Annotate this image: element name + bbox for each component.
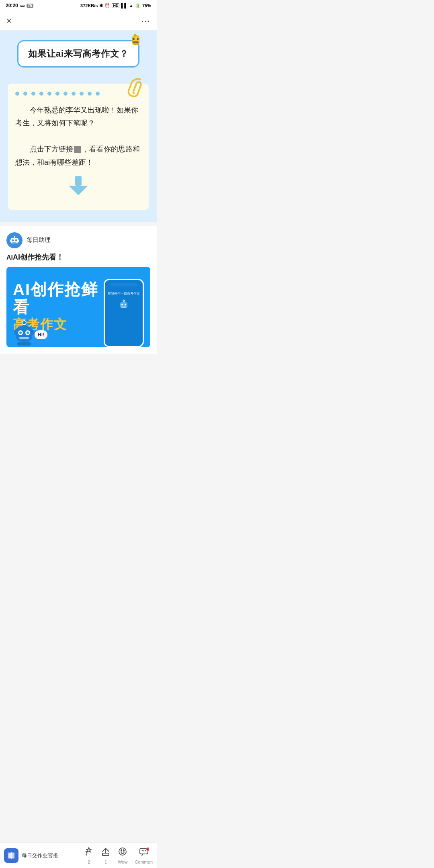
status-time: 20:20 — [6, 3, 18, 8]
bubble-title: 如果让ai来写高考作文？ — [28, 49, 129, 59]
author-avatar — [6, 232, 23, 248]
svg-point-17 — [121, 304, 123, 305]
status-screen-icon: ▭ — [20, 3, 25, 8]
close-button[interactable]: × — [6, 16, 12, 25]
banner-main-text: AI创作抢鲜看 — [13, 280, 100, 316]
chat-bubble-hi: Hi! — [35, 330, 47, 339]
svg-point-2 — [137, 38, 139, 40]
note-dot — [63, 92, 68, 96]
paperclip-icon — [125, 76, 148, 104]
svg-rect-15 — [18, 240, 19, 242]
note-dot — [15, 92, 19, 96]
svg-point-30 — [22, 321, 26, 325]
svg-point-13 — [14, 235, 15, 237]
wifi-icon: ▲ — [129, 3, 133, 8]
phone-mockup: 帮我创作一篇高考作文 — [104, 279, 144, 347]
scroll-content: 如果让ai来写高考作文？ — [0, 31, 157, 382]
note-dot — [80, 92, 84, 96]
bubble-robot-icon — [129, 34, 143, 49]
signal-icon: ▌▌ — [121, 3, 127, 8]
post-title: AIAI创作抢先看！ — [6, 252, 150, 262]
network-speed: 372KB/s — [80, 3, 98, 8]
note-dot — [31, 92, 35, 96]
bluetooth-icon: ✱ — [99, 3, 103, 8]
svg-point-18 — [125, 304, 126, 305]
note-body-text: 今年熟悉的李华又出现啦！如果你 考生，又将如何下笔呢？ 点击下方链接，看看你的思… — [15, 104, 141, 169]
status-left: 20:20 ▭ 75 — [6, 3, 33, 8]
status-right: 372KB/s ✱ ⏰ HD ▌▌ ▲ 🔋 75% — [80, 3, 151, 8]
svg-rect-11 — [12, 242, 17, 244]
note-dot — [72, 92, 76, 96]
author-name: 每日助理 — [27, 236, 51, 244]
post-author: 每日助理 — [6, 232, 150, 248]
hd-icon: HD — [112, 3, 119, 8]
note-dot — [96, 92, 100, 96]
banner-image: AI创作抢鲜看 高考作文 帮我创作一篇高考作文 — [6, 267, 150, 347]
phone-screen-text: 帮我创作一篇高考作文 — [108, 291, 140, 296]
svg-rect-14 — [10, 240, 11, 242]
svg-point-26 — [19, 332, 22, 334]
svg-rect-28 — [19, 337, 29, 339]
arrow-down-indicator — [15, 175, 141, 198]
svg-rect-19 — [121, 307, 126, 308]
svg-point-10 — [15, 239, 17, 241]
note-dot — [47, 92, 51, 96]
note-dot — [88, 92, 92, 96]
speech-bubble: 如果让ai来写高考作文？ — [17, 40, 139, 68]
more-button[interactable]: ··· — [141, 16, 150, 25]
svg-point-22 — [17, 342, 31, 346]
battery-percent: 75% — [142, 3, 151, 8]
banner-bot-icon — [13, 318, 35, 347]
svg-rect-3 — [133, 41, 139, 43]
svg-point-21 — [123, 300, 125, 301]
note-dot — [23, 92, 27, 96]
article-card: 如果让ai来写高考作文？ — [0, 31, 157, 222]
svg-point-5 — [134, 34, 136, 36]
alarm-icon: ⏰ — [104, 3, 110, 8]
status-bar: 20:20 ▭ 75 372KB/s ✱ ⏰ HD ▌▌ ▲ 🔋 75% — [0, 0, 157, 11]
author-robot-icon — [9, 235, 20, 246]
nav-bar: × ··· — [0, 11, 157, 31]
svg-rect-31 — [14, 330, 17, 335]
status-75-badge: 75 — [27, 4, 33, 8]
post-section: 每日助理 AIAI创作抢先看！ AI创作抢鲜看 高考作文 帮我创作一篇高考作文 — [0, 226, 157, 354]
battery-icon: 🔋 — [135, 3, 141, 8]
svg-marker-7 — [69, 186, 88, 195]
svg-point-27 — [27, 332, 29, 334]
svg-point-1 — [133, 38, 135, 40]
note-dot — [39, 92, 43, 96]
note-paper: 今年熟悉的李华又出现啦！如果你 考生，又将如何下笔呢？ 点击下方链接，看看你的思… — [8, 84, 149, 210]
svg-point-9 — [12, 239, 14, 241]
svg-rect-32 — [31, 330, 34, 335]
note-dot — [55, 92, 59, 96]
svg-rect-6 — [75, 176, 82, 186]
note-dots — [15, 92, 141, 96]
